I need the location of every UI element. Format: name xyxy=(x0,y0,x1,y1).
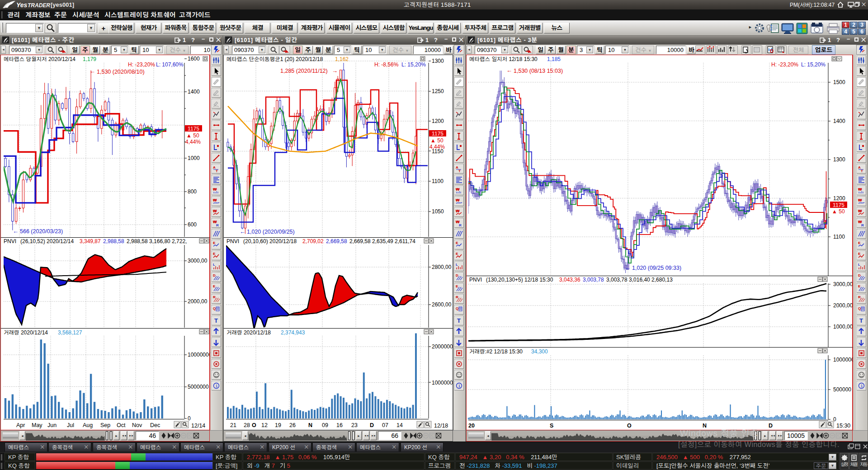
svg-text:D: D xyxy=(456,273,458,277)
svg-text:₩: ₩ xyxy=(456,209,460,213)
svg-text:D: D xyxy=(858,273,861,277)
svg-text:T: T xyxy=(216,169,218,173)
svg-text:D: D xyxy=(213,273,216,277)
svg-text:₩: ₩ xyxy=(456,198,460,202)
svg-text:E: E xyxy=(213,241,216,245)
svg-text:₩: ₩ xyxy=(858,187,862,192)
svg-text:₩: ₩ xyxy=(213,209,217,213)
svg-text:T: T xyxy=(214,317,218,324)
svg-text:₩: ₩ xyxy=(456,187,460,192)
svg-text:E: E xyxy=(858,284,861,288)
svg-text:L: L xyxy=(858,263,860,267)
svg-text:1: 1 xyxy=(861,384,863,388)
svg-text:R: R xyxy=(456,295,458,299)
svg-text:E: E xyxy=(858,252,861,256)
svg-text:₩: ₩ xyxy=(858,198,862,202)
svg-text:R: R xyxy=(861,223,864,227)
svg-text:E: E xyxy=(213,284,216,288)
svg-text:1: 1 xyxy=(216,384,218,388)
svg-text:T: T xyxy=(458,169,461,173)
svg-text:R: R xyxy=(216,223,219,227)
svg-text:E: E xyxy=(213,252,216,256)
svg-text:E: E xyxy=(456,241,458,245)
svg-text:E: E xyxy=(456,252,458,256)
svg-text:T: T xyxy=(861,169,863,173)
svg-text:TRADER: TRADER xyxy=(28,2,50,9)
svg-text:₩: ₩ xyxy=(213,198,217,202)
svg-text:Yes: Yes xyxy=(16,1,28,9)
svg-text:1: 1 xyxy=(458,384,461,388)
svg-text:L: L xyxy=(213,263,215,267)
svg-text:T: T xyxy=(859,317,863,324)
svg-text:R: R xyxy=(858,295,861,299)
svg-text:₩: ₩ xyxy=(858,209,862,213)
svg-text:L: L xyxy=(456,263,458,267)
svg-text:E: E xyxy=(858,241,861,245)
svg-text:Q: Q xyxy=(213,306,216,310)
svg-text:R: R xyxy=(459,223,462,227)
svg-text:R: R xyxy=(213,295,216,299)
svg-text:T: T xyxy=(457,317,461,324)
svg-text:Q: Q xyxy=(456,306,458,310)
svg-text:Q: Q xyxy=(858,306,861,310)
svg-text:₩: ₩ xyxy=(213,187,217,192)
svg-text:E: E xyxy=(456,284,458,288)
